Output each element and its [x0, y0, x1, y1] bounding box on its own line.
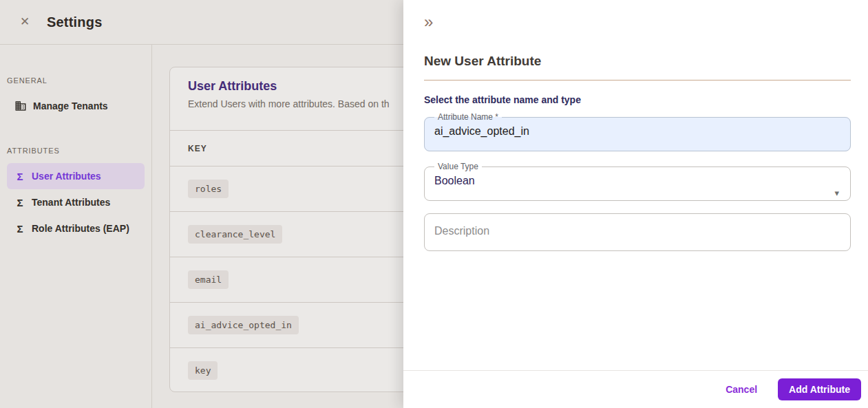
attribute-name-field[interactable]: Attribute Name * — [424, 113, 851, 151]
drawer-subtitle: Select the attribute name and type — [424, 94, 851, 105]
collapse-drawer-icon[interactable]: » — [424, 12, 443, 32]
attribute-name-input[interactable] — [434, 122, 840, 151]
drawer-divider — [424, 80, 851, 80]
description-field — [424, 213, 851, 254]
value-type-label: Value Type — [434, 162, 482, 171]
drawer-footer: Cancel Add Attribute — [403, 370, 868, 408]
drawer-body: » New User Attribute Select the attribut… — [403, 12, 868, 254]
attribute-name-label: Attribute Name * — [434, 113, 502, 122]
value-type-select[interactable]: Value Type Boolean ▾ — [424, 162, 851, 201]
value-type-value: Boolean — [434, 171, 840, 200]
new-attribute-drawer: » New User Attribute Select the attribut… — [403, 0, 868, 408]
description-input[interactable] — [424, 213, 851, 251]
cancel-button[interactable]: Cancel — [720, 380, 763, 399]
drawer-title: New User Attribute — [424, 54, 851, 69]
add-attribute-button[interactable]: Add Attribute — [778, 378, 861, 400]
